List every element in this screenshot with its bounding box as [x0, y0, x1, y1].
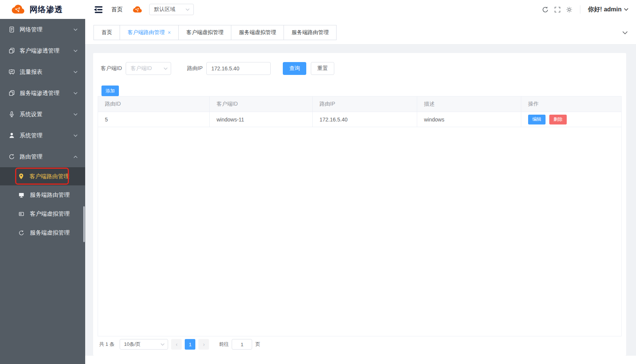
chevron-down-icon	[73, 71, 78, 73]
page-size-value: 10条/页	[124, 341, 140, 348]
prev-page-button[interactable]: ‹	[171, 339, 182, 350]
microphone-icon	[8, 111, 15, 118]
tab-options-button[interactable]	[622, 29, 628, 36]
theme-toggle-button[interactable]	[566, 6, 572, 13]
tab-label: 服务端路由管理	[292, 29, 329, 36]
client-id-select[interactable]: 客户端ID	[126, 62, 171, 75]
document-icon	[8, 26, 15, 33]
sidebar-subitem-label: 客户端路由管理	[30, 173, 69, 180]
tab-label: 首页	[101, 29, 112, 36]
cell-actions: 编辑 删除	[521, 112, 621, 127]
sidebar-item-traffic-report[interactable]: 流量报表	[0, 61, 85, 82]
edit-button[interactable]: 编辑	[528, 115, 546, 124]
goto-label: 前往	[219, 341, 229, 348]
cloud-status-icon	[131, 6, 142, 14]
cell-route-id: 5	[98, 112, 210, 127]
table-header-route-ip: 路由IP	[313, 96, 417, 112]
sidebar-item-label: 流量报表	[20, 68, 73, 76]
logo: 网络渗透	[0, 0, 85, 19]
pagination: 共 1 条 10条/页 ‹ 1 › 前往 页	[98, 339, 622, 350]
routes-table: 路由ID 客户端ID 路由IP 描述 操作 5 windows-11 172.1…	[98, 96, 622, 336]
sidebar-item-label: 系统设置	[20, 111, 73, 118]
client-id-select-placeholder: 客户端ID	[131, 65, 152, 72]
table-header-client-id: 客户端ID	[210, 96, 313, 112]
sidebar-item-label: 服务端渗透管理	[20, 90, 73, 97]
sidebar-item-label: 系统管理	[20, 132, 73, 139]
search-button[interactable]: 查询	[283, 62, 306, 75]
table-header-actions: 操作	[521, 96, 621, 112]
table-header-row: 路由ID 客户端ID 路由IP 描述 操作	[98, 96, 621, 112]
user-icon	[8, 132, 15, 139]
sidebar-collapse-button[interactable]	[94, 6, 103, 14]
tabs: 首页 客户端路由管理 × 客户端虚拟管理 服务端虚拟管理 服务端路由管理	[94, 25, 337, 44]
breadcrumb[interactable]: 首页	[111, 6, 123, 13]
sidebar-menu: 网络管理 客户端渗透管理 流量报表	[0, 19, 85, 364]
sidebar-subitem-server-virtual-mgmt[interactable]: 服务端虚拟管理	[0, 223, 85, 242]
copy-icon	[8, 90, 15, 96]
sidebar-item-system-settings[interactable]: 系统设置	[0, 104, 85, 125]
page-size-select[interactable]: 10条/页	[120, 339, 168, 350]
divider	[580, 5, 580, 14]
reset-button[interactable]: 重置	[311, 62, 334, 75]
goto-page-input[interactable]	[232, 339, 252, 350]
sidebar-subitem-server-route-mgmt[interactable]: 服务端路由管理	[0, 185, 85, 204]
table-empty-space	[98, 127, 621, 336]
sidebar-item-server-pen-mgmt[interactable]: 服务端渗透管理	[0, 82, 85, 104]
tab-bar: 首页 客户端路由管理 × 客户端虚拟管理 服务端虚拟管理 服务端路由管理	[85, 19, 636, 45]
chevron-down-icon	[164, 67, 168, 70]
greeting-text: 你好! admin	[588, 6, 622, 14]
sidebar-subitem-client-virtual-mgmt[interactable]: 客户端虚拟管理	[0, 204, 85, 223]
next-page-button[interactable]: ›	[198, 339, 209, 350]
sidebar-subitem-client-route-mgmt[interactable]: 客户端路由管理	[0, 167, 85, 185]
page-number-1[interactable]: 1	[185, 339, 195, 350]
tab-close-icon[interactable]: ×	[168, 30, 171, 35]
sidebar-subitem-label: 服务端虚拟管理	[30, 229, 70, 236]
region-select-value: 默认区域	[154, 6, 175, 13]
tab-label: 客户端虚拟管理	[186, 29, 223, 36]
route-ip-label: 路由IP	[187, 65, 203, 72]
tab-server-route-mgmt[interactable]: 服务端路由管理	[284, 25, 337, 40]
fullscreen-button[interactable]	[554, 6, 561, 13]
sidebar-scrollbar[interactable]	[83, 206, 85, 242]
chevron-down-icon	[73, 28, 78, 31]
chevron-down-icon	[186, 8, 190, 11]
copy-icon	[8, 47, 15, 54]
client-id-label: 客户端ID	[101, 65, 122, 72]
refresh-icon	[542, 6, 549, 13]
chevron-down-icon	[73, 113, 78, 116]
page-suffix-label: 页	[255, 341, 260, 348]
sidebar-subitem-label: 服务端路由管理	[30, 191, 70, 199]
cell-route-ip: 172.16.5.40	[313, 112, 417, 127]
tab-server-virtual-mgmt[interactable]: 服务端虚拟管理	[231, 25, 284, 40]
sidebar-item-label: 网络管理	[20, 26, 73, 33]
app-root: 网络渗透 网络管理 客户端渗透管理	[0, 0, 636, 364]
app-title: 网络渗透	[30, 4, 63, 15]
refresh-button[interactable]	[542, 6, 549, 13]
sun-icon	[566, 6, 572, 13]
navbar-left: 首页 默认区域	[94, 4, 194, 15]
sidebar-item-client-pen-mgmt[interactable]: 客户端渗透管理	[0, 40, 85, 61]
tab-home[interactable]: 首页	[94, 25, 120, 40]
top-navbar: 首页 默认区域	[85, 0, 636, 19]
sidebar-item-system-mgmt[interactable]: 系统管理	[0, 125, 85, 146]
refresh-icon	[18, 230, 25, 236]
chevron-down-icon	[624, 8, 628, 11]
tab-client-virtual-mgmt[interactable]: 客户端虚拟管理	[178, 25, 231, 40]
monitor-icon	[18, 192, 25, 198]
sidebar: 网络渗透 网络管理 客户端渗透管理	[0, 0, 85, 364]
table-header-description: 描述	[417, 96, 521, 112]
tab-client-route-mgmt[interactable]: 客户端路由管理 ×	[120, 25, 179, 40]
refresh-icon	[8, 153, 15, 160]
route-ip-input[interactable]	[206, 62, 271, 75]
location-pin-icon	[18, 173, 24, 180]
card-icon	[18, 211, 25, 217]
add-button[interactable]: 添加	[101, 86, 119, 96]
user-menu[interactable]: 你好! admin	[588, 6, 628, 14]
delete-button[interactable]: 删除	[549, 115, 567, 124]
sidebar-item-label: 客户端渗透管理	[20, 47, 73, 54]
cell-description: windows	[417, 112, 521, 127]
sidebar-item-label: 路由管理	[20, 153, 73, 160]
sidebar-item-route-mgmt[interactable]: 路由管理	[0, 146, 85, 167]
region-select[interactable]: 默认区域	[149, 4, 194, 15]
sidebar-item-network-mgmt[interactable]: 网络管理	[0, 19, 85, 40]
